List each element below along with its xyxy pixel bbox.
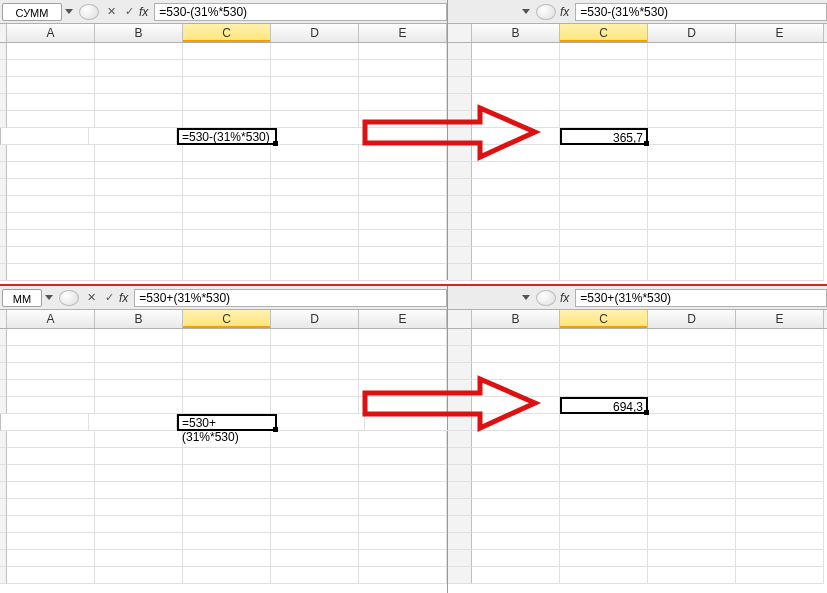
column-header-c[interactable]: C — [183, 24, 271, 42]
formula-bar: СУММ ✕ ✓ fx =530-(31%*530) — [0, 0, 447, 24]
active-cell-c6[interactable]: =530-(31%*530) — [177, 128, 277, 145]
accept-formula-button[interactable]: ✓ — [121, 5, 137, 18]
accept-formula-button[interactable]: ✓ — [101, 291, 117, 304]
column-header-c[interactable]: C — [560, 24, 648, 42]
formula-bar: fx =530+(31%*530) — [448, 286, 827, 310]
panel-top-left-editing: СУММ ✕ ✓ fx =530-(31%*530) A B C D E =53… — [0, 0, 448, 280]
select-all-corner[interactable] — [0, 24, 7, 42]
column-header-b[interactable]: B — [472, 24, 560, 42]
column-header-d[interactable]: D — [271, 310, 359, 328]
formula-input[interactable]: =530-(31%*530) — [154, 3, 447, 21]
name-box-dropdown-icon[interactable] — [522, 295, 530, 300]
panel-top-right-result: fx =530-(31%*530) B C D E 365,7 — [448, 0, 827, 280]
column-header-row: A B C D E — [0, 310, 447, 329]
grid-body[interactable]: 694,3 — [448, 329, 827, 584]
column-header-e[interactable]: E — [359, 310, 447, 328]
formula-bar-divider-icon — [536, 4, 556, 20]
grid-body[interactable]: =530+(31%*530) — [0, 329, 447, 584]
column-header-b[interactable]: B — [472, 310, 560, 328]
fx-icon[interactable]: fx — [560, 5, 569, 19]
column-header-row: B C D E — [448, 24, 827, 43]
panel-bottom-left-editing: MM ✕ ✓ fx =530+(31%*530) A B C D E =530+… — [0, 286, 448, 593]
fx-icon[interactable]: fx — [119, 291, 128, 305]
active-cell-c6[interactable]: =530+(31%*530) — [177, 414, 277, 431]
formula-input[interactable]: =530-(31%*530) — [575, 3, 827, 21]
formula-bar-divider-icon — [536, 290, 556, 306]
grid-body[interactable]: =530-(31%*530) — [0, 43, 447, 281]
column-header-a[interactable]: A — [7, 24, 95, 42]
name-box-dropdown-icon[interactable] — [65, 9, 73, 14]
column-header-d[interactable]: D — [271, 24, 359, 42]
select-all-corner[interactable] — [448, 310, 472, 328]
column-header-d[interactable]: D — [648, 310, 736, 328]
select-all-corner[interactable] — [0, 310, 7, 328]
name-box[interactable]: СУММ — [2, 3, 62, 21]
column-header-c[interactable]: C — [183, 310, 271, 328]
formula-bar-divider-icon — [59, 290, 79, 306]
name-box-dropdown-icon[interactable] — [45, 295, 53, 300]
column-header-d[interactable]: D — [648, 24, 736, 42]
name-box[interactable]: MM — [2, 289, 42, 307]
cancel-formula-button[interactable]: ✕ — [103, 5, 119, 18]
formula-input[interactable]: =530+(31%*530) — [575, 289, 827, 307]
panel-bottom-right-result: fx =530+(31%*530) B C D E 694,3 — [448, 286, 827, 593]
column-header-e[interactable]: E — [736, 24, 824, 42]
name-box-dropdown-icon[interactable] — [522, 9, 530, 14]
column-header-row: A B C D E — [0, 24, 447, 43]
formula-bar-divider-icon — [79, 4, 99, 20]
column-header-c[interactable]: C — [560, 310, 648, 328]
column-header-e[interactable]: E — [359, 24, 447, 42]
column-header-row: B C D E — [448, 310, 827, 329]
fx-icon[interactable]: fx — [139, 5, 148, 19]
grid-body[interactable]: 365,7 — [448, 43, 827, 281]
formula-bar: MM ✕ ✓ fx =530+(31%*530) — [0, 286, 447, 310]
column-header-e[interactable]: E — [736, 310, 824, 328]
column-header-b[interactable]: B — [95, 24, 183, 42]
column-header-a[interactable]: A — [7, 310, 95, 328]
formula-input[interactable]: =530+(31%*530) — [134, 289, 447, 307]
column-header-b[interactable]: B — [95, 310, 183, 328]
result-cell-c5[interactable]: 694,3 — [560, 397, 648, 414]
cancel-formula-button[interactable]: ✕ — [83, 291, 99, 304]
select-all-corner[interactable] — [448, 24, 472, 42]
formula-bar: fx =530-(31%*530) — [448, 0, 827, 24]
result-cell-c6[interactable]: 365,7 — [560, 128, 648, 145]
fx-icon[interactable]: fx — [560, 291, 569, 305]
